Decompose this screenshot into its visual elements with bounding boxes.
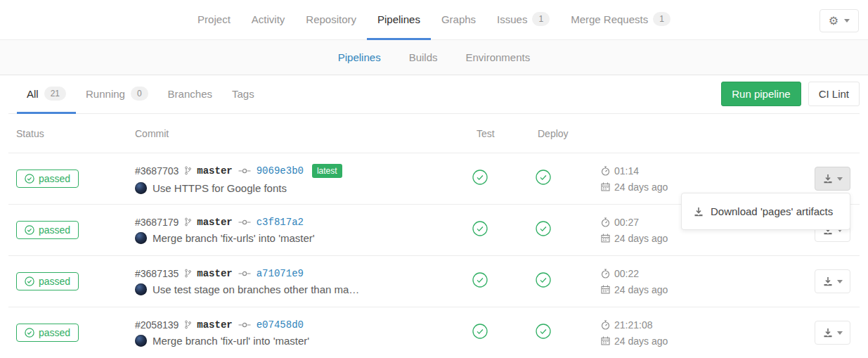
gear-icon: ⚙ (829, 15, 838, 27)
artifacts-dropdown-menu: Download 'pages' artifacts (681, 193, 850, 230)
check-circle-icon (25, 276, 34, 286)
subnav-item-builds[interactable]: Builds (409, 51, 438, 63)
commit-author-avatar[interactable] (135, 335, 147, 347)
pipeline-finished-ago: 24 days ago (614, 181, 668, 193)
run-pipeline-button[interactable]: Run pipeline (721, 82, 801, 106)
latest-badge: latest (312, 164, 342, 178)
tab-running-count-badge: 0 (131, 87, 148, 101)
branch-icon (184, 217, 191, 226)
commit-icon (238, 219, 251, 226)
branch-icon (184, 320, 191, 329)
nav-item-label: Merge Requests (571, 13, 648, 25)
column-header-deploy: Deploy (527, 128, 594, 139)
commit-sha-link[interactable]: a71071e9 (257, 268, 304, 279)
column-header-commit: Commit (135, 128, 464, 139)
project-settings-dropdown-button[interactable]: ⚙ (820, 9, 859, 32)
nav-item-project[interactable]: Project (187, 0, 241, 40)
test-stage-passed-icon[interactable] (472, 324, 488, 339)
ci-section-nav: Pipelines Builds Environments (0, 40, 868, 75)
pipeline-row: passed #2058139 master e07458d0 Merge br… (8, 307, 860, 358)
tab-label: Running (86, 88, 125, 100)
commit-message-link[interactable]: Use test stage on branches other than ma… (153, 283, 359, 295)
pipelines-filter-bar: All 21 Running 0 Branches Tags Run pipel… (8, 75, 860, 114)
nav-item-issues[interactable]: Issues 1 (486, 0, 560, 40)
commit-sha-link[interactable]: 9069e3b0 (257, 165, 304, 177)
calendar-icon (601, 234, 610, 243)
nav-item-merge-requests[interactable]: Merge Requests 1 (560, 0, 681, 40)
branch-link[interactable]: master (197, 319, 232, 331)
nav-item-pipelines[interactable]: Pipelines (367, 0, 431, 40)
check-circle-icon (25, 174, 34, 184)
pipeline-status-label: passed (39, 276, 70, 287)
branch-link[interactable]: master (197, 217, 232, 228)
commit-icon (238, 167, 251, 174)
branch-link[interactable]: master (197, 165, 232, 177)
tab-label: Tags (232, 88, 254, 100)
pipeline-status-badge[interactable]: passed (16, 170, 79, 188)
nav-item-label: Activity (252, 13, 285, 25)
pipeline-id-link[interactable]: #3687179 (135, 217, 179, 228)
pipeline-status-badge[interactable]: passed (16, 221, 79, 239)
pipeline-id-link[interactable]: #3687703 (135, 165, 179, 177)
pipeline-id-link[interactable]: #3687135 (135, 268, 179, 279)
deploy-stage-passed-icon[interactable] (536, 324, 551, 339)
commit-message-link[interactable]: Use HTTPS for Google fonts (153, 182, 287, 194)
stopwatch-icon (601, 320, 610, 330)
download-artifacts-dropdown-button[interactable] (815, 167, 850, 191)
commit-message-link[interactable]: Merge branch 'fix-url' into 'master' (153, 335, 309, 347)
stopwatch-icon (601, 166, 610, 176)
test-stage-passed-icon[interactable] (472, 272, 488, 288)
tab-all[interactable]: All 21 (17, 75, 76, 114)
deploy-stage-passed-icon[interactable] (536, 272, 551, 288)
pipeline-status-badge[interactable]: passed (16, 324, 79, 342)
commit-message-link[interactable]: Merge branch 'fix-urls' into 'master' (153, 232, 315, 244)
pipeline-id-link[interactable]: #2058139 (135, 319, 179, 331)
issues-count-badge: 1 (532, 12, 550, 26)
commit-icon (238, 270, 251, 277)
commit-author-avatar[interactable] (135, 283, 147, 295)
ci-lint-button[interactable]: CI Lint (808, 82, 860, 106)
test-stage-passed-icon[interactable] (472, 221, 488, 236)
download-icon (823, 276, 833, 286)
commit-sha-link[interactable]: c3f817a2 (257, 217, 304, 228)
pipeline-status-badge[interactable]: passed (16, 272, 79, 290)
tab-tags[interactable]: Tags (222, 75, 264, 114)
pipeline-row: passed #3687703 master 9069e3b0 latest U… (8, 153, 860, 205)
stopwatch-icon (601, 269, 610, 279)
merge-requests-count-badge: 1 (653, 12, 671, 26)
nav-item-activity[interactable]: Activity (241, 0, 296, 40)
subnav-item-pipelines[interactable]: Pipelines (338, 51, 381, 63)
pipeline-finished-ago: 24 days ago (614, 335, 668, 347)
subnav-item-environments[interactable]: Environments (466, 51, 531, 63)
commit-author-avatar[interactable] (135, 182, 147, 194)
download-artifacts-dropdown-button[interactable] (815, 269, 850, 293)
pipeline-duration: 21:21:08 (614, 319, 653, 331)
stopwatch-icon (601, 217, 610, 227)
tab-branches[interactable]: Branches (158, 75, 222, 114)
nav-item-graphs[interactable]: Graphs (431, 0, 486, 40)
column-header-test: Test (464, 128, 527, 139)
pipeline-row: passed #3687135 master a71071e9 Use test… (8, 256, 860, 307)
tab-label: Branches (168, 88, 212, 100)
tab-running[interactable]: Running 0 (76, 75, 158, 114)
check-circle-icon (25, 225, 34, 235)
branch-icon (184, 269, 191, 278)
test-stage-passed-icon[interactable] (472, 170, 488, 185)
nav-item-label: Pipelines (377, 13, 420, 25)
commit-sha-link[interactable]: e07458d0 (257, 319, 304, 331)
commit-author-avatar[interactable] (135, 232, 147, 244)
download-icon (823, 174, 833, 184)
download-artifacts-dropdown-button[interactable] (815, 321, 850, 345)
commit-icon (238, 321, 251, 328)
branch-link[interactable]: master (197, 268, 232, 279)
deploy-stage-passed-icon[interactable] (536, 170, 551, 185)
nav-item-repository[interactable]: Repository (295, 0, 367, 40)
download-pages-artifacts-menu-item[interactable]: Download 'pages' artifacts (682, 200, 850, 223)
menu-item-label: Download 'pages' artifacts (711, 205, 833, 217)
calendar-icon (601, 336, 610, 345)
calendar-icon (601, 182, 610, 191)
deploy-stage-passed-icon[interactable] (536, 221, 551, 236)
nav-item-label: Repository (306, 13, 356, 25)
pipeline-finished-ago: 24 days ago (614, 284, 668, 295)
chevron-down-icon (837, 280, 843, 283)
